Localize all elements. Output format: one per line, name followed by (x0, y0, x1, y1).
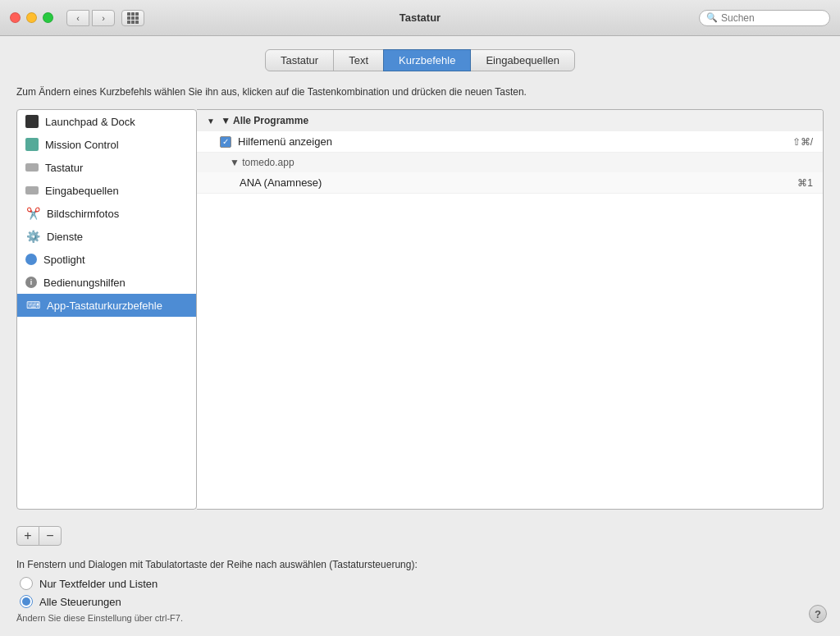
bildschirm-icon: ✂️ (25, 206, 40, 221)
sidebar-item-bedienung[interactable]: i Bedienungshilfen (17, 271, 196, 294)
tab-tastatur[interactable]: Tastatur (265, 49, 334, 71)
radio-alle-steuerungen[interactable]: Alle Steuerungen (20, 595, 824, 608)
radio-group: Nur Textfelder und Listen Alle Steuerung… (20, 577, 824, 608)
sidebar-item-bildschirm[interactable]: ✂️ Bildschirmfotos (17, 202, 196, 225)
launchpad-icon (25, 115, 39, 128)
hint-text: Ändern Sie diese Einstellung über ctrl-F… (16, 613, 824, 623)
mission-icon (25, 138, 39, 151)
search-input[interactable] (721, 12, 823, 24)
window-title: Tastatur (399, 11, 441, 24)
tomedo-header: ▼ tomedo.app (197, 153, 823, 172)
tab-kurzbefehle[interactable]: Kurzbefehle (383, 49, 471, 71)
sidebar-item-spotlight[interactable]: Spotlight (17, 248, 196, 271)
description-text: Zum Ändern eines Kurzbefehls wählen Sie … (16, 85, 824, 99)
remove-button[interactable]: − (39, 526, 62, 546)
help-button[interactable]: ? (809, 605, 827, 623)
sidebar-item-eingabe[interactable]: Eingabequellen (17, 179, 196, 202)
sidebar-item-app-tastatur[interactable]: ⌨ App-Tastaturkurzbefehle (17, 294, 196, 317)
ana-label: ANA (Anamnese) (240, 176, 322, 189)
sidebar-item-mission[interactable]: Mission Control (17, 133, 196, 156)
content-area: Launchpad & Dock Mission Control Tastatu… (16, 109, 824, 510)
sidebar-item-launchpad[interactable]: Launchpad & Dock (17, 110, 196, 133)
sidebar-item-tastatur[interactable]: Tastatur (17, 156, 196, 179)
dienste-icon: ⚙️ (25, 229, 40, 244)
hilfemenu-checkbox[interactable]: ✓ (220, 136, 231, 148)
tastatur-icon (25, 163, 39, 172)
shortcuts-panel: ▼ ▼ Alle Programme ✓ Hilfemenü anzeigen … (197, 109, 824, 510)
grid-icon (127, 12, 139, 24)
add-remove-area: + − (16, 523, 824, 546)
radio-alle-steuerungen-circle (20, 595, 33, 608)
hilfemenu-label: Hilfemenü anzeigen (238, 135, 792, 148)
radio-nur-textfelder[interactable]: Nur Textfelder und Listen (20, 577, 824, 590)
minimize-button[interactable] (26, 12, 37, 23)
hilfemenu-keys: ⇧⌘/ (792, 136, 813, 148)
app-tastatur-icon: ⌨ (25, 298, 40, 313)
add-button[interactable]: + (16, 526, 39, 546)
traffic-lights (10, 12, 53, 23)
shortcut-hilfemenu[interactable]: ✓ Hilfemenü anzeigen ⇧⌘/ (197, 131, 823, 153)
sidebar-list: Launchpad & Dock Mission Control Tastatu… (16, 109, 197, 510)
radio-nur-textfelder-label: Nur Textfelder und Listen (39, 578, 158, 590)
nav-buttons: ‹ › (66, 10, 115, 26)
search-icon: 🔍 (706, 12, 718, 23)
close-button[interactable] (10, 12, 21, 23)
titlebar: ‹ › Tastatur 🔍 (0, 0, 840, 36)
forward-button[interactable]: › (92, 10, 115, 26)
eingabe-icon (25, 186, 39, 194)
spotlight-icon (25, 254, 37, 265)
radio-alle-steuerungen-label: Alle Steuerungen (39, 596, 121, 608)
tab-bar: Tastatur Text Kurzbefehle Eingabequellen (16, 49, 824, 71)
bedienung-icon: i (25, 277, 37, 288)
triangle-down-icon: ▼ (207, 117, 215, 126)
search-box[interactable]: 🔍 (699, 10, 830, 26)
bottom-label: In Fenstern und Dialogen mit Tabulatorta… (16, 559, 824, 570)
add-remove-buttons: + − (16, 526, 62, 546)
radio-nur-textfelder-circle (20, 577, 33, 590)
ana-keys: ⌘1 (797, 177, 813, 189)
tab-eingabequellen[interactable]: Eingabequellen (470, 49, 575, 71)
alle-programme-header: ▼ ▼ Alle Programme (197, 110, 823, 131)
tab-text[interactable]: Text (333, 49, 384, 71)
grid-button[interactable] (121, 10, 144, 26)
bottom-section: In Fenstern und Dialogen mit Tabulatorta… (16, 559, 824, 623)
triangle-down-icon-2: ▼ tomedo.app (230, 157, 294, 168)
shortcut-ana[interactable]: ANA (Anamnese) ⌘1 (197, 172, 823, 194)
back-button[interactable]: ‹ (66, 10, 89, 26)
maximize-button[interactable] (43, 12, 53, 23)
sidebar-item-dienste[interactable]: ⚙️ Dienste (17, 225, 196, 248)
